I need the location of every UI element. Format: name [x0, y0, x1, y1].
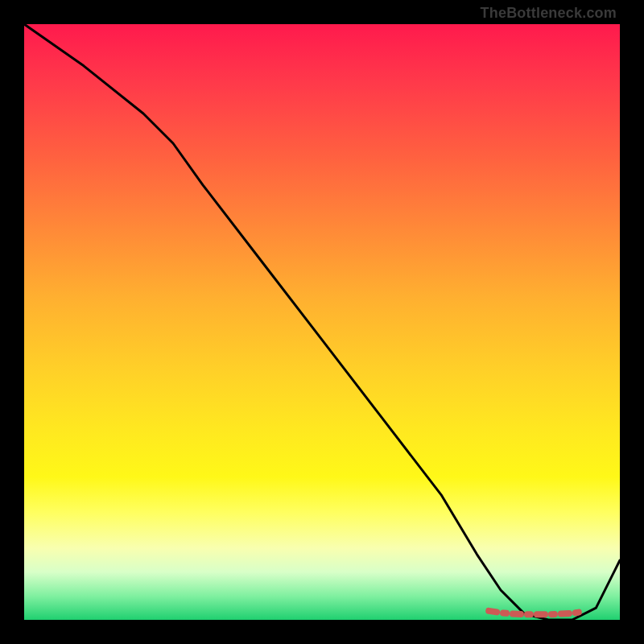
- chart-stage: TheBottleneck.com: [0, 0, 644, 644]
- main-curve: [24, 24, 620, 620]
- chart-svg: [24, 24, 620, 620]
- watermark-text: TheBottleneck.com: [481, 5, 617, 22]
- plot-area: [24, 24, 620, 620]
- highlight-band: [489, 611, 584, 614]
